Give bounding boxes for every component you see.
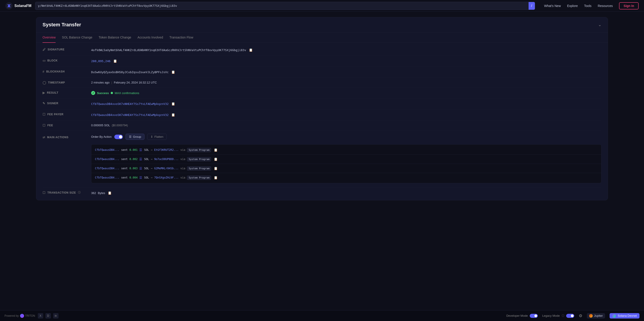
action-dest[interactable]: 7QnSXgoZHi9F... (154, 176, 178, 179)
search-input[interactable] (35, 2, 528, 9)
fee-payer-label: ☐ FEE PAYER (42, 113, 88, 116)
tab-transaction-flow[interactable]: Transaction Flow (170, 33, 193, 43)
powered-by: Powered by TRITON (4, 314, 35, 318)
block-row: ▭ BLOCK 280,895,246 📋 (42, 56, 602, 67)
nav-whats-new[interactable]: What's New (544, 4, 561, 8)
fee-payer-address[interactable]: CfbTQwausDB4xvoSK7xNHEAY7Ss7YvLFAEwMpkqz… (91, 113, 168, 117)
transaction-card: System Transfer ⌄ Overview SOL Balance C… (36, 17, 608, 200)
nav-tools[interactable]: Tools (584, 4, 592, 8)
discord-icon[interactable]: D (46, 313, 51, 318)
actions-box: CfbTQwausDB4... sent 0.001 ☰ SOL → EtGf3… (91, 144, 602, 183)
action-token: SOL (144, 148, 149, 152)
block-value: 280,895,246 📋 (91, 59, 602, 63)
action-dest[interactable]: G2MeMHLr84Sb... (154, 167, 178, 170)
action-arrow: → (151, 176, 152, 179)
tab-token-balance-change[interactable]: Token Balance Change (98, 33, 131, 43)
action-row: CfbTQwausDB4... sent 0.002 ☰ SOL → 9o7ac… (91, 155, 601, 164)
settings-button[interactable]: ⚙ (579, 313, 582, 318)
twitter-icon[interactable]: X (38, 313, 43, 318)
signer-copy-button[interactable]: 📋 (170, 102, 176, 106)
blockhash-copy-button[interactable]: 📋 (170, 70, 176, 74)
main-actions-row: ⇄ MAIN ACTIONS Order By Action ☰ Group ⇕ (42, 131, 602, 187)
solana-devnet-badge[interactable]: Solana Devnet (610, 313, 640, 318)
legacy-mode: Legacy Mode ⓘ (542, 314, 574, 318)
action-from-addr[interactable]: CfbTQwausDB4... (95, 167, 119, 170)
fee-payer-copy-button[interactable]: 📋 (170, 113, 176, 117)
action-program: System Program (187, 148, 211, 152)
tx-title: System Transfer (42, 22, 81, 28)
flatten-button[interactable]: ⇕ Flatten (147, 134, 167, 140)
order-by-action-toggle[interactable] (114, 135, 123, 139)
jupiter-badge[interactable]: Jupiter (587, 313, 605, 318)
main-actions-value: Order By Action ☰ Group ⇕ Flatten (91, 134, 602, 183)
footer-social: X D in (38, 313, 58, 318)
action-verb: sent (121, 158, 128, 161)
action-copy-button[interactable]: 📋 (213, 157, 218, 161)
result-row: ▶ RESULT ✓ Success MAX confirmations (42, 88, 602, 98)
nav-explore[interactable]: Explore (567, 4, 578, 8)
linkedin-icon[interactable]: in (53, 313, 58, 318)
action-dest[interactable]: 9o7acD8UP8DD... (154, 158, 178, 161)
tx-size-copy-button[interactable]: 📋 (107, 191, 112, 195)
action-from-addr[interactable]: CfbTQwausDB4... (95, 148, 119, 152)
jupiter-icon (589, 314, 593, 318)
signature-copy-button[interactable]: 📋 (248, 48, 254, 52)
result-value: ✓ Success MAX confirmations (91, 91, 602, 95)
timestamp-relative: 2 minutes ago (91, 81, 110, 84)
signer-icon: ✎ (42, 102, 46, 105)
order-by-action-label: Order By Action (91, 135, 112, 138)
action-dest[interactable]: EtGf3KRUT2R2... (154, 148, 178, 152)
action-arrow: → (151, 167, 152, 170)
developer-mode-toggle[interactable] (530, 314, 538, 318)
action-via: via (180, 176, 186, 179)
signature-row: 🖊 SIGNATURE 4ofVdWL5aUyNmtbhALf4HKZrdLdG… (42, 45, 602, 56)
action-list-icon: ☰ (139, 157, 142, 161)
hash-icon: # (42, 70, 44, 73)
group-button[interactable]: ☰ Group (126, 134, 144, 140)
fee-value: 0.000005 SOL ($0.0000794) (91, 124, 602, 127)
tab-accounts-involved[interactable]: Accounts Involved (138, 33, 163, 43)
blockhash-row: # BLOCKHASH DuSw6UyQZyaxbsBHS8yJCubZqsuZ… (42, 67, 602, 78)
action-via: via (180, 158, 186, 161)
action-list-icon: ☰ (139, 148, 142, 152)
signer-address[interactable]: CfbTQwausDB4xvoSK7xNHEAY7Ss7YvLFAEwMpkqz… (91, 102, 168, 106)
action-copy-button[interactable]: 📋 (213, 148, 218, 152)
action-from-addr[interactable]: CfbTQwausDB4... (95, 158, 119, 161)
search-button[interactable]: / (528, 2, 535, 10)
main-nav: What's New Explore Tools Resources Sign … (544, 2, 638, 10)
action-amount: 0.004 (130, 176, 138, 179)
result-icon: ▶ (42, 91, 45, 95)
block-link[interactable]: 280,895,246 (91, 60, 110, 63)
action-amount: 0.003 (130, 167, 138, 170)
block-copy-button[interactable]: 📋 (112, 59, 118, 63)
fee-row: ☐ FEE 0.000005 SOL ($0.0000794) (42, 120, 602, 131)
tab-overview[interactable]: Overview (42, 33, 56, 43)
main-content: System Transfer ⌄ Overview SOL Balance C… (0, 12, 644, 310)
action-row: CfbTQwausDB4... sent 0.004 ☰ SOL → 7QnSX… (91, 173, 601, 182)
fee-payer-icon: ☐ (42, 113, 46, 116)
footer-right: Developer Mode Legacy Mode ⓘ ⚙ Jupiter S… (506, 313, 640, 318)
action-copy-button[interactable]: 📋 (213, 166, 218, 171)
tx-size-label: ☐ TRANSACTION SIZE ⓘ (42, 191, 88, 194)
chevron-down-icon[interactable]: ⌄ (598, 22, 602, 27)
action-arrow: → (151, 148, 152, 152)
timestamp-value: 2 minutes ago | February 24, 2024 16:32:… (91, 81, 602, 84)
action-verb: sent (121, 148, 128, 152)
fee-sol: 0.000005 SOL (91, 124, 110, 127)
action-copy-button[interactable]: 📋 (213, 175, 218, 180)
tab-sol-balance-change[interactable]: SOL Balance Change (62, 33, 92, 43)
sign-in-button[interactable]: Sign In (619, 2, 638, 10)
logo[interactable]: SolanaFM (6, 2, 32, 10)
triton-logo: TRITON (20, 314, 35, 318)
nav-resources[interactable]: Resources (598, 4, 613, 8)
signer-row: ✎ SIGNER CfbTQwausDB4xvoSK7xNHEAY7Ss7YvL… (42, 98, 602, 109)
action-list-icon: ☰ (139, 176, 142, 179)
search-bar: / (35, 2, 535, 10)
signer-label: ✎ SIGNER (42, 102, 88, 105)
legacy-mode-toggle[interactable] (566, 314, 574, 318)
action-from-addr[interactable]: CfbTQwausDB4... (95, 176, 119, 179)
main-actions-label: ⇄ MAIN ACTIONS (42, 134, 88, 139)
legacy-mode-label: Legacy Mode (542, 314, 560, 317)
action-via: via (180, 148, 186, 152)
signature-icon: 🖊 (42, 48, 46, 51)
